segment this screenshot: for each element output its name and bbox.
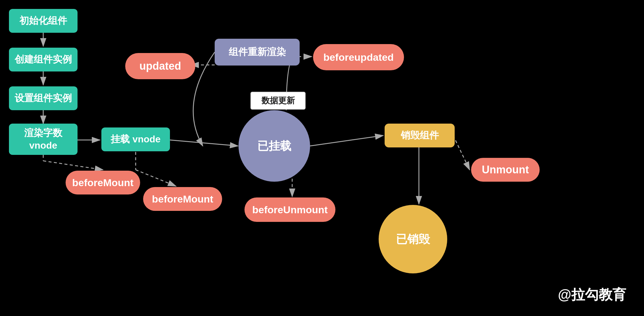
svg-line-6 xyxy=(170,140,238,146)
mount-vnode-box: 挂载 vnode xyxy=(101,127,170,151)
svg-line-10 xyxy=(136,170,176,186)
render-vnode-box: 渲染字数 vnode xyxy=(9,124,78,155)
init-component-box: 初始化组件 xyxy=(9,9,78,33)
beforemount1-box: beforeMount xyxy=(66,171,140,194)
destroy-component-box: 销毁组件 xyxy=(385,124,455,147)
mounted-circle: 已挂载 xyxy=(239,110,310,182)
updated-box: updated xyxy=(125,53,195,79)
svg-line-11 xyxy=(310,136,383,146)
beforeupdated-box: beforeupdated xyxy=(313,44,404,70)
rerender-box: 组件重新渲染 xyxy=(215,39,300,66)
data-update-box: 数据更新 xyxy=(250,92,306,110)
diagram: 初始化组件 创建组件实例 设置组件实例 渲染字数 vnode 挂载 vnode … xyxy=(0,0,644,316)
watermark: @拉勾教育 xyxy=(558,286,626,304)
destroyed-circle: 已销毁 xyxy=(379,205,447,273)
unmount-box: Unmount xyxy=(471,158,540,182)
beforemount2-box: beforeMount xyxy=(143,187,222,211)
svg-line-8 xyxy=(43,161,103,170)
beforeunmount-box: beforeUnmount xyxy=(244,197,335,222)
svg-line-15 xyxy=(453,136,470,170)
set-instance-box: 设置组件实例 xyxy=(9,86,78,110)
create-instance-box: 创建组件实例 xyxy=(9,48,78,71)
